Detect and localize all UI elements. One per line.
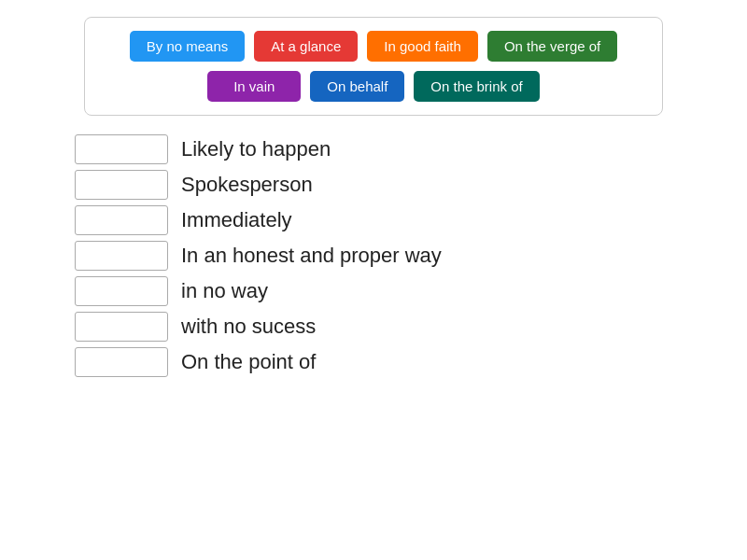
- chip-by-no-means[interactable]: By no means: [130, 31, 246, 62]
- match-7-answer-box[interactable]: [75, 347, 168, 377]
- match-3-label: Immediately: [181, 208, 292, 232]
- chip-on-the-brink[interactable]: On the brink of: [414, 71, 539, 102]
- match-2-label: Spokesperson: [181, 173, 313, 197]
- match-row: with no sucess: [75, 312, 747, 342]
- match-5-answer-box[interactable]: [75, 276, 168, 306]
- match-row: Likely to happen: [75, 134, 747, 164]
- chip-at-a-glance[interactable]: At a glance: [254, 31, 358, 62]
- match-1-answer-box[interactable]: [75, 134, 168, 164]
- match-row: Immediately: [75, 205, 747, 235]
- word-bank-row-1: By no meansAt a glanceIn good faithOn th…: [100, 31, 647, 62]
- match-2-answer-box[interactable]: [75, 170, 168, 200]
- match-4-answer-box[interactable]: [75, 241, 168, 271]
- match-row: In an honest and proper way: [75, 241, 747, 271]
- chip-on-the-verge[interactable]: On the verge of: [487, 31, 617, 62]
- match-6-answer-box[interactable]: [75, 312, 168, 342]
- match-3-answer-box[interactable]: [75, 205, 168, 235]
- chip-in-good-faith[interactable]: In good faith: [367, 31, 478, 62]
- match-4-label: In an honest and proper way: [181, 244, 442, 268]
- match-list: Likely to happenSpokespersonImmediatelyI…: [75, 134, 747, 377]
- match-5-label: in no way: [181, 279, 268, 303]
- match-row: Spokesperson: [75, 170, 747, 200]
- word-bank: By no meansAt a glanceIn good faithOn th…: [84, 17, 663, 116]
- match-1-label: Likely to happen: [181, 137, 331, 161]
- chip-on-behalf[interactable]: On behalf: [310, 71, 404, 102]
- chip-in-vain[interactable]: In vain: [207, 71, 301, 102]
- word-bank-row-2: In vainOn behalfOn the brink of: [100, 71, 647, 102]
- match-row: On the point of: [75, 347, 747, 377]
- match-6-label: with no sucess: [181, 315, 316, 339]
- match-7-label: On the point of: [181, 350, 316, 374]
- match-row: in no way: [75, 276, 747, 306]
